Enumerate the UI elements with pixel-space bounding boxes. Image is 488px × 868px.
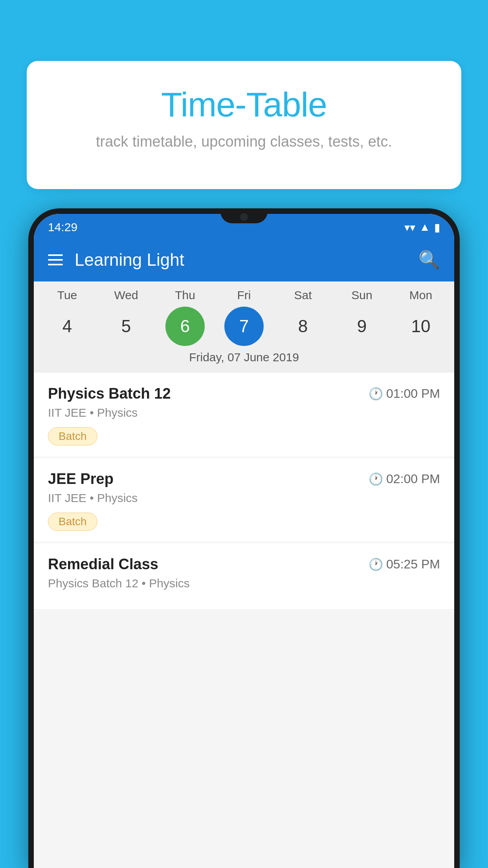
phone-camera bbox=[240, 213, 248, 221]
day-number-7[interactable]: 7 bbox=[224, 307, 264, 346]
clock-icon-0: 🕐 bbox=[369, 387, 383, 401]
day-header-sun: Sun bbox=[342, 289, 382, 302]
page-main-title: Time-Table bbox=[42, 85, 446, 125]
schedule-item-header-0: Physics Batch 12 🕐 01:00 PM bbox=[48, 385, 440, 402]
day-number-9[interactable]: 9 bbox=[342, 307, 382, 346]
day-header-thu: Thu bbox=[165, 289, 205, 302]
day-header-mon: Mon bbox=[401, 289, 440, 302]
schedule-item-header-1: JEE Prep 🕐 02:00 PM bbox=[48, 471, 440, 487]
schedule-subtitle-0: IIT JEE • Physics bbox=[48, 406, 440, 419]
clock-icon-1: 🕐 bbox=[369, 472, 383, 486]
schedule-list: Physics Batch 12 🕐 01:00 PM IIT JEE • Ph… bbox=[34, 373, 454, 611]
day-header-sat: Sat bbox=[283, 289, 323, 302]
phone-frame: 14:29 ▾▾ ▲ ▮ Learning Light 🔍 TueWedThuF… bbox=[28, 208, 460, 868]
app-bar: Learning Light 🔍 bbox=[34, 238, 454, 281]
speech-bubble-card: Time-Table track timetable, upcoming cla… bbox=[27, 61, 461, 189]
schedule-title-0: Physics Batch 12 bbox=[48, 385, 171, 402]
schedule-time-2: 🕐 05:25 PM bbox=[369, 557, 440, 572]
schedule-title-1: JEE Prep bbox=[48, 471, 114, 487]
schedule-item-1[interactable]: JEE Prep 🕐 02:00 PM IIT JEE • Physics Ba… bbox=[34, 458, 454, 542]
page-main-subtitle: track timetable, upcoming classes, tests… bbox=[42, 133, 446, 150]
day-number-10[interactable]: 10 bbox=[401, 307, 440, 346]
speech-bubble-container: Time-Table track timetable, upcoming cla… bbox=[27, 61, 461, 189]
day-header-tue: Tue bbox=[48, 289, 87, 302]
schedule-item-0[interactable]: Physics Batch 12 🕐 01:00 PM IIT JEE • Ph… bbox=[34, 373, 454, 456]
schedule-item-2[interactable]: Remedial Class 🕐 05:25 PM Physics Batch … bbox=[34, 543, 454, 609]
day-number-5[interactable]: 5 bbox=[106, 307, 146, 346]
signal-icon: ▲ bbox=[419, 221, 430, 234]
schedule-time-0: 🕐 01:00 PM bbox=[369, 386, 440, 401]
hamburger-line-1 bbox=[48, 254, 63, 256]
phone-notch bbox=[220, 208, 268, 223]
batch-badge-0: Batch bbox=[48, 427, 97, 445]
schedule-time-1: 🕐 02:00 PM bbox=[369, 472, 440, 486]
status-time: 14:29 bbox=[48, 221, 77, 234]
schedule-subtitle-1: IIT JEE • Physics bbox=[48, 491, 440, 505]
day-numbers: 45678910 bbox=[34, 307, 454, 346]
battery-icon: ▮ bbox=[434, 221, 440, 234]
calendar-strip: TueWedThuFriSatSunMon 45678910 Friday, 0… bbox=[34, 281, 454, 373]
schedule-subtitle-2: Physics Batch 12 • Physics bbox=[48, 577, 440, 590]
search-button[interactable]: 🔍 bbox=[418, 250, 440, 270]
day-headers: TueWedThuFriSatSunMon bbox=[34, 289, 454, 302]
hamburger-line-3 bbox=[48, 264, 63, 265]
schedule-title-2: Remedial Class bbox=[48, 556, 158, 573]
day-number-6[interactable]: 6 bbox=[165, 307, 205, 346]
day-number-8[interactable]: 8 bbox=[283, 307, 323, 346]
wifi-icon: ▾▾ bbox=[404, 221, 415, 234]
status-icons: ▾▾ ▲ ▮ bbox=[404, 221, 440, 234]
day-header-fri: Fri bbox=[224, 289, 264, 302]
hamburger-menu-button[interactable] bbox=[48, 254, 63, 265]
day-header-wed: Wed bbox=[106, 289, 146, 302]
app-title: Learning Light bbox=[75, 250, 418, 270]
phone-inner: 14:29 ▾▾ ▲ ▮ Learning Light 🔍 TueWedThuF… bbox=[34, 214, 454, 868]
hamburger-line-2 bbox=[48, 259, 63, 261]
day-number-4[interactable]: 4 bbox=[48, 307, 87, 346]
selected-date-label: Friday, 07 June 2019 bbox=[34, 346, 454, 370]
batch-badge-1: Batch bbox=[48, 513, 97, 531]
schedule-item-header-2: Remedial Class 🕐 05:25 PM bbox=[48, 556, 440, 573]
clock-icon-2: 🕐 bbox=[369, 557, 383, 571]
